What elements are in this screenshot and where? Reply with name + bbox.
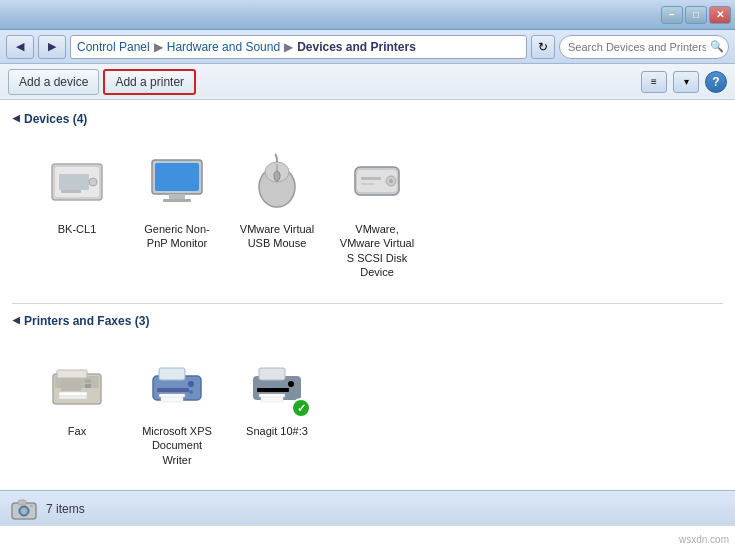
- printer-item-snagit[interactable]: ✓ Snagit 10#:3: [232, 344, 322, 471]
- help-button[interactable]: ?: [705, 71, 727, 93]
- default-printer-check: ✓: [291, 398, 311, 418]
- view-dropdown-button[interactable]: ▾: [673, 71, 699, 93]
- title-bar: − □ ✕: [0, 0, 735, 30]
- printer-icon-snagit: ✓: [241, 348, 313, 420]
- device-label-bk-cl1: BK-CL1: [58, 222, 97, 236]
- svg-rect-2: [59, 174, 89, 190]
- status-camera-icon: [10, 495, 38, 523]
- devices-section-title: Devices (4): [24, 112, 87, 126]
- device-label-disk: VMware, VMware Virtual S SCSI Disk Devic…: [336, 222, 418, 279]
- breadcrumb-sep-1: ▶: [154, 40, 163, 54]
- toolbar-right: ≡ ▾ ?: [641, 71, 727, 93]
- back-button[interactable]: ◀: [6, 35, 34, 59]
- svg-rect-22: [59, 392, 87, 396]
- forward-button[interactable]: ▶: [38, 35, 66, 59]
- devices-section-header: ▶ Devices (4): [12, 112, 723, 126]
- svg-rect-26: [61, 379, 81, 391]
- search-icon: 🔍: [710, 40, 724, 53]
- printer-icon-fax: [41, 348, 113, 420]
- svg-rect-21: [57, 370, 87, 378]
- svg-point-38: [288, 381, 294, 387]
- devices-grid: BK-CL1 Generic Non-PnP Monitor: [12, 134, 723, 299]
- svg-rect-44: [30, 505, 33, 507]
- svg-rect-30: [161, 397, 183, 402]
- printers-collapse-button[interactable]: ▶: [12, 316, 20, 327]
- breadcrumb-control-panel[interactable]: Control Panel: [77, 40, 150, 54]
- watermark: wsxdn.com: [679, 534, 729, 545]
- svg-rect-28: [159, 368, 185, 380]
- svg-point-31: [188, 381, 194, 387]
- breadcrumb-current: Devices and Printers: [297, 40, 416, 54]
- svg-rect-29: [159, 394, 185, 397]
- svg-point-12: [274, 171, 280, 181]
- svg-rect-6: [155, 163, 199, 191]
- section-divider: [12, 303, 723, 304]
- view-options-button[interactable]: ≡: [641, 71, 667, 93]
- device-icon-disk: [341, 146, 413, 218]
- svg-rect-24: [85, 379, 91, 383]
- device-item-mouse[interactable]: VMware Virtual USB Mouse: [232, 142, 322, 283]
- printer-item-xps[interactable]: Microsoft XPS Document Writer: [132, 344, 222, 471]
- svg-point-42: [21, 508, 27, 514]
- toolbar: Add a device Add a printer ≡ ▾ ?: [0, 64, 735, 100]
- search-input[interactable]: [568, 41, 706, 53]
- printer-item-fax[interactable]: Fax: [32, 344, 122, 471]
- search-box[interactable]: 🔍: [559, 35, 729, 59]
- printers-section-header: ▶ Printers and Faxes (3): [12, 314, 723, 328]
- svg-rect-39: [257, 388, 289, 392]
- device-item-monitor[interactable]: Generic Non-PnP Monitor: [132, 142, 222, 283]
- printers-grid: Fax: [12, 336, 723, 487]
- add-device-button[interactable]: Add a device: [8, 69, 99, 95]
- svg-rect-18: [361, 183, 375, 185]
- svg-rect-43: [18, 500, 26, 505]
- svg-rect-17: [361, 177, 381, 180]
- device-item-disk[interactable]: VMware, VMware Virtual S SCSI Disk Devic…: [332, 142, 422, 283]
- status-text: 7 items: [46, 502, 85, 516]
- device-label-mouse: VMware Virtual USB Mouse: [236, 222, 318, 251]
- svg-rect-36: [259, 394, 285, 397]
- svg-rect-8: [163, 199, 191, 202]
- svg-rect-25: [85, 384, 91, 388]
- svg-point-16: [389, 179, 393, 183]
- svg-rect-4: [61, 190, 81, 193]
- close-button[interactable]: ✕: [709, 6, 731, 24]
- printers-section-title: Printers and Faxes (3): [24, 314, 149, 328]
- device-label-monitor: Generic Non-PnP Monitor: [136, 222, 218, 251]
- printer-label-snagit: Snagit 10#:3: [246, 424, 308, 438]
- printer-label-xps: Microsoft XPS Document Writer: [136, 424, 218, 467]
- devices-collapse-button[interactable]: ▶: [12, 114, 20, 125]
- status-bar: 7 items: [0, 490, 735, 526]
- breadcrumb-hardware[interactable]: Hardware and Sound: [167, 40, 280, 54]
- svg-rect-35: [259, 368, 285, 380]
- add-printer-button[interactable]: Add a printer: [103, 69, 196, 95]
- svg-point-32: [189, 390, 193, 394]
- svg-point-3: [89, 178, 97, 186]
- printer-icon-xps: [141, 348, 213, 420]
- svg-rect-37: [261, 397, 283, 402]
- device-icon-monitor: [141, 146, 213, 218]
- address-bar: ◀ ▶ Control Panel ▶ Hardware and Sound ▶…: [0, 30, 735, 64]
- device-item-bk-cl1[interactable]: BK-CL1: [32, 142, 122, 283]
- minimize-button[interactable]: −: [661, 6, 683, 24]
- main-content: ▶ Devices (4) BK-CL1: [0, 100, 735, 490]
- breadcrumb-sep-2: ▶: [284, 40, 293, 54]
- maximize-button[interactable]: □: [685, 6, 707, 24]
- device-icon-mouse: [241, 146, 313, 218]
- window-controls: − □ ✕: [661, 6, 731, 24]
- refresh-button[interactable]: ↻: [531, 35, 555, 59]
- device-icon-bk-cl1: [41, 146, 113, 218]
- breadcrumb: Control Panel ▶ Hardware and Sound ▶ Dev…: [70, 35, 527, 59]
- svg-rect-23: [59, 396, 87, 399]
- printer-label-fax: Fax: [68, 424, 86, 438]
- svg-rect-33: [157, 388, 189, 392]
